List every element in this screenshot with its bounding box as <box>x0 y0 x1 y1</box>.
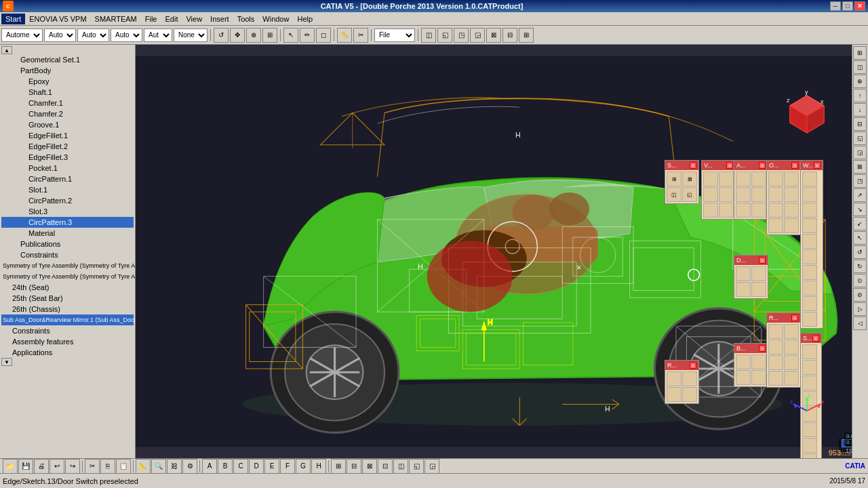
s-btn-4[interactable]: ◱ <box>682 187 697 202</box>
tree-item-tyre2[interactable]: Symmetry of Tyre Assembly (Symmetry of T… <box>1 271 134 282</box>
toolbar-btn-a1[interactable]: ◫ <box>421 28 436 43</box>
tree-item-tyre1[interactable]: Symmetry of Tyre Assembly (Symmetry of T… <box>1 260 134 271</box>
menu-start[interactable]: Start <box>1 14 25 24</box>
toolbar-dropdown-3[interactable]: Auto <box>77 28 109 42</box>
menu-view[interactable]: View <box>182 14 206 24</box>
viewport[interactable]: H H H H × <box>136 45 868 458</box>
tree-item-slot3[interactable]: Slot.3 <box>1 206 134 217</box>
right-btn-13[interactable]: ↙ <box>853 217 867 230</box>
tree-item-circpat2[interactable]: CircPattern.2 <box>1 195 134 206</box>
right-btn-5[interactable]: ↓ <box>853 103 867 117</box>
float-panel-R3-close[interactable]: × <box>791 314 798 321</box>
menu-tools[interactable]: Tools <box>233 14 259 24</box>
float-panel-R-close[interactable]: × <box>690 362 696 369</box>
menu-file[interactable]: File <box>141 14 161 24</box>
o-btn-5[interactable] <box>768 203 783 218</box>
right-btn-4[interactable]: ↑ <box>853 89 867 102</box>
float-panel-O-close[interactable]: × <box>791 162 798 169</box>
o-btn-8[interactable] <box>784 218 799 233</box>
menu-smarteam[interactable]: SMARTEAM <box>91 14 141 24</box>
b-btn-2[interactable] <box>751 354 766 369</box>
v-btn-1[interactable] <box>703 171 718 186</box>
tree-item-chassis26[interactable]: 26th (Chassis) <box>1 304 134 314</box>
bottom-btn-d[interactable]: D <box>249 459 264 474</box>
tree-item-epoxy[interactable]: Epoxy <box>1 76 134 87</box>
toolbar-btn-a7[interactable]: ⊞ <box>519 28 534 43</box>
float-panel-V-close[interactable]: × <box>726 162 733 169</box>
o-btn-1[interactable] <box>768 171 783 186</box>
s-btn-3[interactable]: ◫ <box>667 187 682 202</box>
right-btn-12[interactable]: ↘ <box>853 203 867 216</box>
right-btn-6[interactable]: ⊟ <box>853 117 867 131</box>
menu-edit[interactable]: Edit <box>161 14 182 24</box>
right-btn-11[interactable]: ↗ <box>853 188 867 202</box>
tree-item-pocket1[interactable]: Pocket.1 <box>1 163 134 174</box>
bottom-btn-redo[interactable]: ↪ <box>65 459 80 474</box>
o-btn-3[interactable] <box>768 187 783 202</box>
bottom-btn-open[interactable]: 📁 <box>3 459 18 474</box>
w-btn-2[interactable] <box>802 187 817 202</box>
bottom-btn-a[interactable]: A <box>202 459 217 474</box>
o-btn-7[interactable] <box>768 218 783 233</box>
bottom-btn-c[interactable]: C <box>233 459 248 474</box>
toolbar-btn-sketch[interactable]: ✏ <box>300 28 315 43</box>
bottom-btn-save[interactable]: 💾 <box>18 459 33 474</box>
bottom-btn-n[interactable]: ◱ <box>409 459 424 474</box>
bottom-btn-print[interactable]: 🖨 <box>34 459 49 474</box>
d-btn-4[interactable] <box>751 282 766 297</box>
tree-item-constraints1[interactable]: Constraints <box>1 249 134 260</box>
r3-btn-8[interactable] <box>784 371 799 386</box>
b-btn-4[interactable] <box>751 370 766 385</box>
right-btn-7[interactable]: ◱ <box>853 131 867 145</box>
close-button[interactable]: ✕ <box>854 1 865 11</box>
minimize-button[interactable]: ─ <box>830 1 841 11</box>
bottom-btn-i[interactable]: ⊞ <box>331 459 346 474</box>
toolbar-dropdown-4[interactable]: Auto <box>111 28 142 42</box>
s-btn-2[interactable]: ⊠ <box>682 171 697 186</box>
v-btn-6[interactable] <box>719 203 734 218</box>
s-btn-1[interactable]: ⊞ <box>667 171 682 186</box>
tree-item-asmfeatures[interactable]: Assembly features <box>1 336 134 347</box>
toolbar-btn-part[interactable]: ◻ <box>316 28 331 43</box>
w-btn-3[interactable] <box>802 203 817 218</box>
right-btn-20[interactable]: ◁ <box>853 317 867 330</box>
w-btn-7[interactable] <box>802 265 817 280</box>
toolbar-dropdown-2[interactable]: Auto <box>44 28 76 42</box>
w-btn-4[interactable] <box>802 218 817 233</box>
r3-btn-6[interactable] <box>784 355 799 370</box>
menu-enovia[interactable]: ENOVIA V5 VPM <box>25 14 90 24</box>
tree-item-constraints2[interactable]: Constraints <box>1 325 134 336</box>
right-btn-2[interactable]: ◫ <box>853 60 867 74</box>
toolbar-btn-section[interactable]: ✂ <box>353 28 368 43</box>
float-panel-B-close[interactable]: × <box>759 345 766 352</box>
r-btn-2[interactable] <box>682 371 697 386</box>
tree-item-edgefillet3[interactable]: EdgeFillet.3 <box>1 152 134 163</box>
tree-item-chamfer2[interactable]: Chamfer.2 <box>1 108 134 119</box>
tree-item-seatbar25[interactable]: 25th (Seat Bar) <box>1 293 134 304</box>
r-btn-1[interactable] <box>667 371 682 386</box>
toolbar-dropdown-5[interactable]: Aut <box>144 28 172 42</box>
bottom-btn-f[interactable]: F <box>280 459 295 474</box>
tree-item-edgefillet2[interactable]: EdgeFillet.2 <box>1 141 134 152</box>
bottom-btn-cut[interactable]: ✂ <box>85 459 100 474</box>
right-btn-14[interactable]: ↖ <box>853 231 867 245</box>
right-btn-16[interactable]: ↻ <box>853 260 867 273</box>
toolbar-btn-a3[interactable]: ◳ <box>454 28 469 43</box>
right-btn-10[interactable]: ◳ <box>853 174 867 188</box>
toolbar-dropdown-1[interactable]: Autome <box>1 28 43 42</box>
bottom-btn-j[interactable]: ⊟ <box>347 459 361 474</box>
a-btn-2[interactable] <box>751 171 766 186</box>
bottom-btn-assem[interactable]: ⚙ <box>182 459 197 474</box>
right-btn-17[interactable]: ⊙ <box>853 274 867 287</box>
tree-item-seat24[interactable]: 24th (Seat) <box>1 282 134 293</box>
tree-item-geomset[interactable]: Geometrical Set.1 <box>1 54 134 65</box>
scroll-down-button[interactable]: ▼ <box>1 358 12 366</box>
b-btn-3[interactable] <box>736 370 751 385</box>
toolbar-btn-fit[interactable]: ⊞ <box>262 28 277 43</box>
scroll-up-button[interactable]: ▲ <box>1 46 12 54</box>
bottom-btn-o[interactable]: ◲ <box>425 459 439 474</box>
menu-window[interactable]: Window <box>258 14 293 24</box>
r3-btn-4[interactable] <box>784 340 799 354</box>
s2-btn-1[interactable] <box>802 344 817 359</box>
a-btn-4[interactable] <box>751 187 766 202</box>
